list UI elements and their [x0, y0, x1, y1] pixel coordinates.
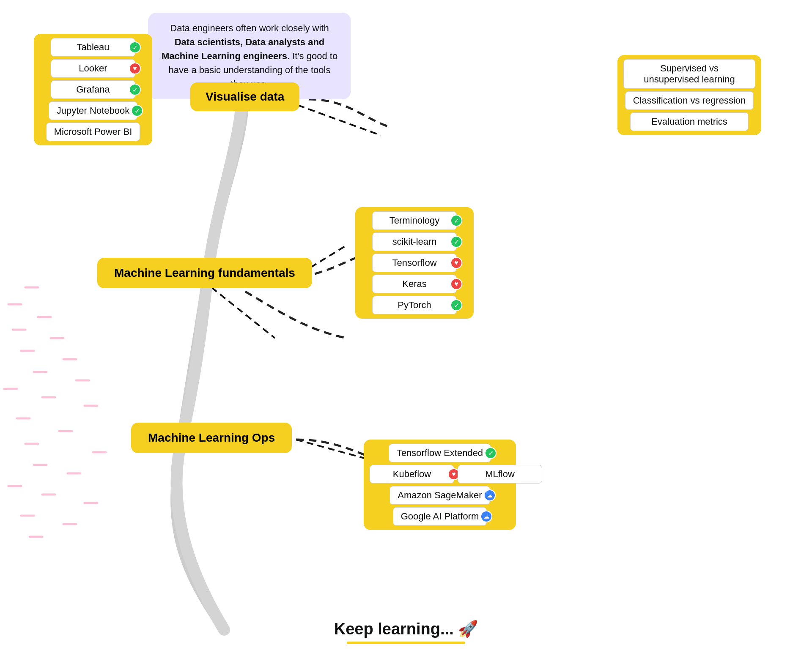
ml-fundamentals-items-group: Terminology ✓ scikit-learn ✓ Tensorflow …	[355, 207, 474, 319]
green-check-badge: ✓	[129, 41, 141, 53]
mindmap-container: Data engineers often work closely with D…	[0, 0, 812, 672]
green-check-badge: ✓	[129, 84, 141, 96]
list-item[interactable]: Tensorflow Extended ✓	[389, 444, 491, 462]
red-heart-badge: ♥	[450, 278, 462, 290]
list-item[interactable]: MLflow	[458, 465, 542, 484]
green-check-badge: ✓	[450, 299, 462, 311]
ml-concepts-items-group: Supervised vs unsupervised learning Clas…	[617, 55, 761, 135]
green-check-badge: ✓	[131, 105, 143, 117]
green-check-badge: ✓	[485, 447, 497, 459]
list-item[interactable]: Tensorflow ♥	[372, 254, 457, 272]
list-item[interactable]: Amazon SageMaker ☁	[390, 486, 490, 505]
list-item[interactable]: Kubeflow ♥	[370, 465, 454, 484]
svg-line-3	[211, 287, 275, 338]
list-item[interactable]: Terminology ✓	[372, 211, 457, 230]
list-item[interactable]: Jupyter Notebook ✓	[49, 101, 137, 120]
list-item[interactable]: Google AI Platform ☁	[393, 507, 487, 526]
list-item[interactable]: Supervised vs unsupervised learning	[623, 59, 755, 89]
red-heart-badge: ♥	[129, 63, 141, 74]
visualise-data-node[interactable]: Visualise data	[190, 82, 299, 111]
list-item[interactable]: Looker ♥	[51, 59, 135, 78]
visualise-data-items-group: Tableau ✓ Looker ♥ Grafana ✓ Jupyter Not…	[34, 34, 152, 145]
list-item[interactable]: Tableau ✓	[51, 38, 135, 57]
list-item[interactable]: Microsoft Power BI	[46, 123, 140, 141]
ml-ops-node[interactable]: Machine Learning Ops	[131, 423, 292, 453]
green-check-badge: ✓	[450, 236, 462, 248]
list-item[interactable]: Grafana ✓	[51, 80, 135, 99]
keep-learning-underline	[347, 642, 465, 644]
red-heart-badge: ♥	[450, 257, 462, 269]
list-item[interactable]: Keras ♥	[372, 275, 457, 293]
green-check-badge: ✓	[450, 215, 462, 227]
list-item[interactable]: Evaluation metrics	[630, 112, 749, 131]
pink-dashes-decoration	[0, 254, 211, 549]
list-item[interactable]: scikit-learn ✓	[372, 232, 457, 251]
blue-cloud-badge: ☁	[484, 489, 496, 501]
list-item[interactable]: PyTorch ✓	[372, 296, 457, 314]
ml-fundamentals-node[interactable]: Machine Learning fundamentals	[97, 258, 312, 288]
keep-learning-text: Keep learning... 🚀	[334, 620, 478, 638]
kubeflow-mlflow-row: Kubeflow ♥ MLflow	[370, 465, 510, 484]
svg-line-1	[288, 101, 381, 135]
list-item[interactable]: Classification vs regression	[625, 91, 754, 110]
blue-cloud-badge: ☁	[480, 511, 492, 522]
ml-ops-items-group: Tensorflow Extended ✓ Kubeflow ♥ MLflow …	[364, 440, 516, 530]
